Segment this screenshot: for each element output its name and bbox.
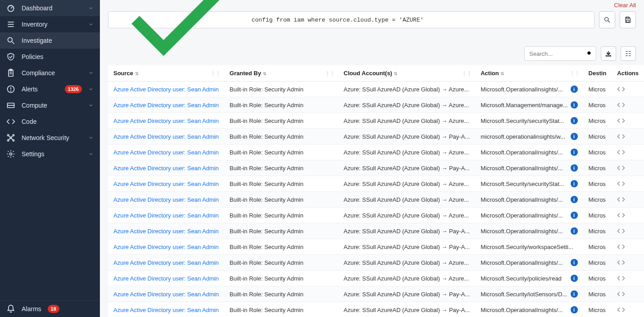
cell-action: Microsoft.OperationalInsights/...i bbox=[475, 192, 583, 208]
source-link[interactable]: Azure Active Directory user: Sean Admin bbox=[113, 149, 219, 156]
info-icon[interactable]: i bbox=[571, 259, 578, 266]
sidebar-item-label: Compute bbox=[22, 102, 82, 109]
sidebar-item-code[interactable]: Code bbox=[0, 113, 100, 130]
view-json-button[interactable] bbox=[617, 258, 625, 267]
info-icon[interactable]: i bbox=[571, 227, 578, 235]
cell-source: Azure Active Directory user: Sean Admin bbox=[108, 160, 224, 176]
view-json-button[interactable] bbox=[617, 274, 625, 282]
col-action[interactable]: Action⇅⋮⋮ bbox=[475, 65, 583, 82]
info-icon[interactable]: i bbox=[571, 196, 578, 203]
view-json-button[interactable] bbox=[617, 148, 625, 156]
save-query-button[interactable] bbox=[620, 11, 636, 28]
info-icon[interactable]: i bbox=[571, 212, 578, 219]
info-icon[interactable]: i bbox=[571, 164, 578, 172]
info-icon[interactable]: i bbox=[571, 306, 578, 313]
table-row: Azure Active Directory user: Sean AdminB… bbox=[108, 160, 644, 176]
sidebar-item-dashboard[interactable]: Dashboard bbox=[0, 0, 100, 16]
svg-rect-33 bbox=[626, 20, 629, 23]
query-text: config from iam where source.cloud.type … bbox=[252, 17, 423, 23]
sidebar-item-settings[interactable]: Settings bbox=[0, 146, 100, 162]
source-link[interactable]: Azure Active Directory user: Sean Admin bbox=[113, 228, 219, 235]
svg-point-22 bbox=[8, 140, 9, 141]
sidebar-item-compute[interactable]: Compute bbox=[0, 97, 100, 113]
cell-cloud-accounts: Azure: SSull AzureAD (Azure Global) → Pa… bbox=[338, 223, 475, 239]
col-destination[interactable]: Destin bbox=[583, 65, 612, 82]
sidebar-item-inventory[interactable]: Inventory bbox=[0, 16, 100, 32]
view-json-button[interactable] bbox=[617, 101, 625, 109]
source-link[interactable]: Azure Active Directory user: Sean Admin bbox=[113, 86, 219, 93]
col-source[interactable]: Source⇅⋮⋮ bbox=[108, 65, 224, 82]
source-link[interactable]: Azure Active Directory user: Sean Admin bbox=[113, 307, 219, 313]
view-json-button[interactable] bbox=[617, 211, 625, 219]
cell-actions bbox=[612, 176, 644, 192]
col-granted-by[interactable]: Granted By⇅⋮⋮ bbox=[224, 65, 338, 82]
col-cloud-accounts[interactable]: Cloud Account(s)⇅⋮⋮ bbox=[338, 65, 475, 82]
download-button[interactable] bbox=[601, 46, 616, 61]
cell-action: Microsoft.Security/workspaceSetti... bbox=[475, 239, 583, 255]
sidebar-item-policies[interactable]: Policies bbox=[0, 49, 100, 65]
cell-source: Azure Active Directory user: Sean Admin bbox=[108, 82, 224, 97]
info-icon[interactable]: i bbox=[571, 275, 578, 282]
source-link[interactable]: Azure Active Directory user: Sean Admin bbox=[113, 102, 219, 109]
sidebar-item-label: Dashboard bbox=[22, 5, 82, 12]
inventory-icon bbox=[6, 20, 15, 29]
columns-button[interactable] bbox=[621, 46, 636, 61]
cell-action: Microsoft.Security/policies/readi bbox=[475, 271, 583, 286]
table-header-row: Source⇅⋮⋮ Granted By⇅⋮⋮ Cloud Account(s)… bbox=[108, 65, 644, 82]
source-link[interactable]: Azure Active Directory user: Sean Admin bbox=[113, 275, 219, 282]
clear-all-link[interactable]: Clear All bbox=[614, 2, 636, 9]
sidebar-item-compliance[interactable]: Compliance bbox=[0, 65, 100, 81]
sidebar-item-label: Network Security bbox=[22, 134, 82, 141]
info-icon[interactable]: i bbox=[571, 101, 578, 109]
cell-cloud-accounts: Azure: SSull AzureAD (Azure Global) → Az… bbox=[338, 208, 475, 223]
info-icon[interactable]: i bbox=[571, 290, 578, 298]
table-row: Azure Active Directory user: Sean AdminB… bbox=[108, 255, 644, 271]
source-link[interactable]: Azure Active Directory user: Sean Admin bbox=[113, 291, 219, 298]
svg-rect-32 bbox=[626, 17, 629, 18]
sidebar-item-investigate[interactable]: Investigate bbox=[0, 32, 100, 49]
view-json-button[interactable] bbox=[617, 132, 625, 140]
view-json-button[interactable] bbox=[617, 180, 625, 188]
cell-granted-by: Built-in Role: Security Admin bbox=[224, 176, 338, 192]
table-row: Azure Active Directory user: Sean AdminB… bbox=[108, 239, 644, 255]
cell-source: Azure Active Directory user: Sean Admin bbox=[108, 255, 224, 271]
source-link[interactable]: Azure Active Directory user: Sean Admin bbox=[113, 212, 219, 219]
cell-source: Azure Active Directory user: Sean Admin bbox=[108, 239, 224, 255]
source-link[interactable]: Azure Active Directory user: Sean Admin bbox=[113, 165, 219, 172]
cell-action: Microsoft.OperationalInsights/...i bbox=[475, 82, 583, 97]
view-json-button[interactable] bbox=[617, 164, 625, 172]
info-icon[interactable]: i bbox=[571, 180, 578, 187]
results-search-input[interactable] bbox=[524, 46, 596, 61]
query-input[interactable]: config from iam where source.cloud.type … bbox=[108, 11, 594, 28]
view-json-button[interactable] bbox=[617, 243, 625, 251]
info-icon[interactable]: i bbox=[571, 133, 578, 140]
sidebar-item-alarms[interactable]: Alarms 18 bbox=[0, 301, 100, 317]
view-json-button[interactable] bbox=[617, 117, 625, 125]
sidebar-item-alerts[interactable]: Alerts1326 bbox=[0, 81, 100, 97]
cell-actions bbox=[612, 255, 644, 271]
source-link[interactable]: Azure Active Directory user: Sean Admin bbox=[113, 259, 219, 266]
svg-point-21 bbox=[13, 135, 14, 136]
source-link[interactable]: Azure Active Directory user: Sean Admin bbox=[113, 196, 219, 203]
source-link[interactable]: Azure Active Directory user: Sean Admin bbox=[113, 181, 219, 187]
info-icon[interactable]: i bbox=[571, 149, 578, 156]
view-json-button[interactable] bbox=[617, 227, 625, 235]
run-query-button[interactable] bbox=[599, 11, 615, 28]
view-json-button[interactable] bbox=[617, 195, 625, 204]
cell-cloud-accounts: Azure: SSull AzureAD (Azure Global) → Pa… bbox=[338, 160, 475, 176]
cell-destination: Micros bbox=[583, 239, 612, 255]
info-icon[interactable]: i bbox=[571, 117, 578, 124]
sidebar-item-network-security[interactable]: Network Security bbox=[0, 130, 100, 146]
cell-granted-by: Built-in Role: Security Admin bbox=[224, 271, 338, 286]
source-link[interactable]: Azure Active Directory user: Sean Admin bbox=[113, 133, 219, 140]
view-json-button[interactable] bbox=[617, 85, 625, 93]
sidebar: DashboardInventoryInvestigatePoliciesCom… bbox=[0, 0, 100, 317]
view-json-button[interactable] bbox=[617, 290, 625, 298]
info-icon[interactable]: i bbox=[571, 86, 578, 93]
cell-action: Microsoft.OperationalInsights/...i bbox=[475, 145, 583, 160]
svg-point-24 bbox=[10, 137, 11, 138]
download-icon bbox=[605, 50, 612, 57]
source-link[interactable]: Azure Active Directory user: Sean Admin bbox=[113, 244, 219, 250]
view-json-button[interactable] bbox=[617, 306, 625, 314]
source-link[interactable]: Azure Active Directory user: Sean Admin bbox=[113, 118, 219, 124]
